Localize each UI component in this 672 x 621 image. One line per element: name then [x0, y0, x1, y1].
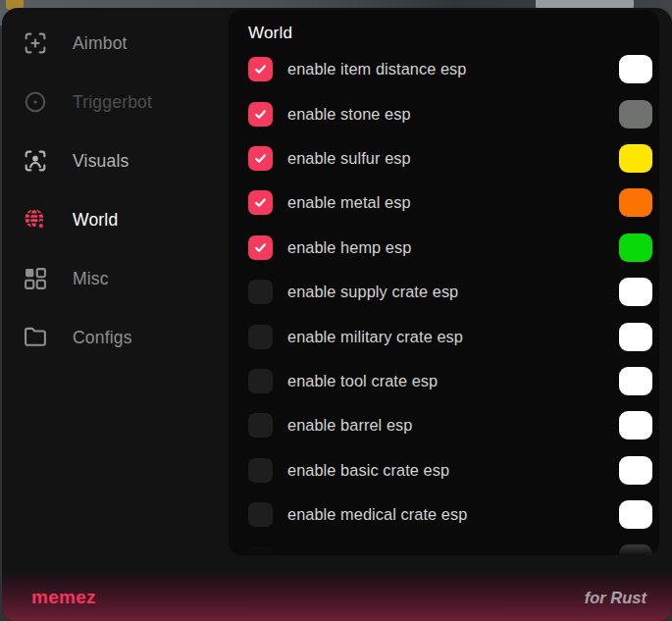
- checkbox-unchecked[interactable]: [248, 280, 273, 304]
- sidebar-item-label: Triggerbot: [73, 92, 152, 113]
- settings-list: enable item distance espenable stone esp…: [229, 47, 659, 555]
- list-row: enable tool crate esp: [229, 359, 659, 403]
- setting-label: enable stone esp: [287, 105, 411, 124]
- sidebar-item-label: Visuals: [73, 151, 129, 172]
- checkbox-checked[interactable]: [248, 146, 273, 171]
- cheat-menu-window: AimbotTriggerbotVisualsWorldMiscConfigs …: [2, 8, 672, 621]
- color-swatch[interactable]: [619, 188, 652, 217]
- color-swatch[interactable]: [619, 100, 652, 129]
- sidebar-item-label: Misc: [73, 269, 109, 289]
- color-swatch[interactable]: [619, 367, 652, 395]
- sidebar-item-label: Configs: [73, 328, 132, 348]
- page-title: World: [248, 24, 659, 43]
- list-row: enable medical crate esp: [229, 492, 659, 537]
- sidebar-item-label: World: [73, 210, 118, 231]
- brand-bar: memez for Rust: [2, 574, 672, 621]
- color-swatch[interactable]: [619, 55, 652, 83]
- checkbox-unchecked[interactable]: [248, 458, 273, 483]
- sidebar: AimbotTriggerbotVisualsWorldMiscConfigs: [2, 14, 229, 367]
- setting-label: enable basic crate esp: [287, 461, 449, 480]
- list-row: enable barrel esp: [229, 403, 659, 447]
- checkbox-unchecked[interactable]: [248, 325, 273, 349]
- setting-label: enable tool crate esp: [287, 372, 438, 390]
- folder-icon: [22, 324, 49, 351]
- globe-star-icon: [22, 206, 49, 233]
- color-swatch[interactable]: [619, 456, 652, 485]
- grid-icon: [22, 265, 49, 292]
- checkbox-checked[interactable]: [248, 102, 273, 127]
- checkbox-unchecked[interactable]: [248, 413, 273, 438]
- color-swatch[interactable]: [619, 323, 652, 351]
- sidebar-item-label: Aimbot: [73, 33, 128, 54]
- color-swatch[interactable]: [619, 544, 652, 555]
- color-swatch[interactable]: [619, 144, 652, 173]
- sidebar-item-visuals[interactable]: Visuals: [2, 131, 229, 190]
- checkbox-unchecked[interactable]: [248, 502, 273, 527]
- color-swatch[interactable]: [619, 233, 652, 262]
- setting-label: enable item distance esp: [287, 60, 467, 78]
- list-row: enable metal esp: [229, 181, 659, 225]
- list-row: enable basic crate esp: [229, 448, 659, 492]
- sidebar-item-misc[interactable]: Misc: [2, 249, 229, 308]
- setting-label: enable hemp esp: [287, 238, 411, 257]
- color-swatch[interactable]: [619, 411, 652, 440]
- brand-name: memez: [31, 587, 96, 608]
- list-row: enable supply crate esp: [229, 270, 659, 314]
- setting-label: enable medical crate esp: [287, 505, 467, 524]
- list-row: enable sulfur esp: [229, 136, 659, 181]
- setting-label: enable metal esp: [287, 193, 411, 212]
- setting-label: enable supply crate esp: [287, 283, 458, 301]
- setting-label: enable sulfur esp: [287, 149, 411, 168]
- sidebar-item-triggerbot[interactable]: Triggerbot: [2, 73, 229, 131]
- checkbox-unchecked[interactable]: [248, 369, 273, 393]
- checkbox-checked[interactable]: [248, 190, 273, 215]
- checkbox-checked[interactable]: [248, 57, 273, 81]
- screen: AimbotTriggerbotVisualsWorldMiscConfigs …: [0, 0, 672, 621]
- checkbox-checked[interactable]: [248, 235, 273, 260]
- list-row: enable hemp esp: [229, 226, 659, 270]
- brand-edition: for Rust: [585, 589, 646, 607]
- circle-dot-icon: [22, 88, 49, 116]
- checkbox-unchecked[interactable]: [248, 546, 273, 555]
- list-row-partial: [229, 537, 659, 555]
- crosshair-scan-icon: [22, 29, 49, 57]
- setting-label: enable barrel esp: [287, 416, 413, 435]
- setting-label: enable military crate esp: [287, 328, 463, 346]
- sidebar-item-aimbot[interactable]: Aimbot: [2, 14, 229, 73]
- list-row: enable stone esp: [229, 91, 659, 135]
- color-swatch[interactable]: [619, 500, 652, 529]
- list-row: enable military crate esp: [229, 314, 659, 358]
- color-swatch[interactable]: [619, 278, 652, 306]
- world-panel: World enable item distance espenable sto…: [229, 10, 659, 555]
- sidebar-item-configs[interactable]: Configs: [2, 308, 229, 367]
- person-scan-icon: [22, 147, 49, 175]
- list-row: enable item distance esp: [229, 47, 659, 91]
- sidebar-item-world[interactable]: World: [2, 190, 229, 249]
